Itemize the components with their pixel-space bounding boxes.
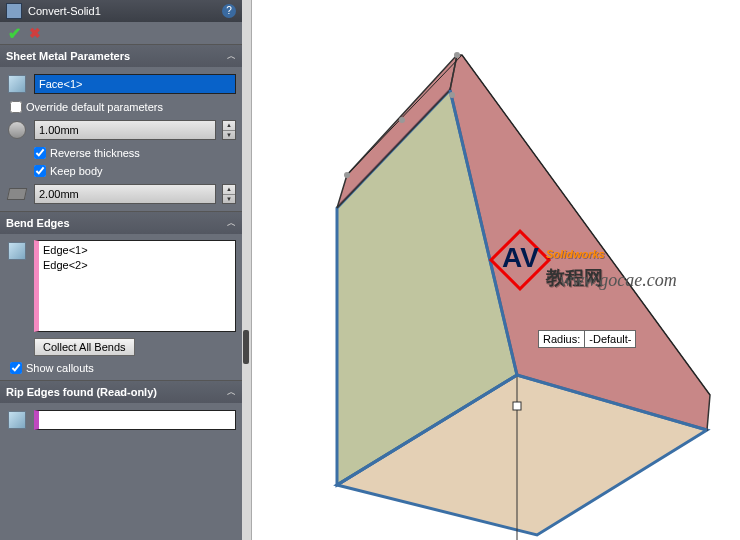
rip-edges-section: Rip Edges found (Read-only) ︿ (0, 380, 242, 437)
callout-value[interactable]: -Default- (584, 330, 636, 348)
face-icon (8, 75, 26, 93)
ok-button[interactable]: ✔ (8, 24, 21, 43)
help-icon[interactable]: ? (222, 4, 236, 18)
rip-icon (8, 411, 26, 429)
bend-radius-spinner[interactable]: ▲▼ (222, 184, 236, 204)
svg-point-11 (454, 52, 460, 58)
panel-actions: ✔ ✖ (0, 22, 242, 44)
sheet-metal-title: Sheet Metal Parameters (6, 50, 130, 62)
viewport[interactable]: Radius: -Default- AV Solidworks教程网 www.g… (242, 0, 740, 540)
chevron-up-icon: ︿ (227, 50, 236, 63)
edges-list[interactable]: Edge<1> Edge<2> (34, 240, 236, 332)
splitter[interactable] (242, 0, 252, 540)
rip-edges-list[interactable] (34, 410, 236, 430)
svg-point-10 (344, 172, 350, 178)
radius-callout[interactable]: Radius: -Default- (538, 330, 636, 348)
bend-radius-icon (7, 188, 28, 200)
reverse-checkbox[interactable]: Reverse thickness (6, 147, 236, 159)
rip-edges-title: Rip Edges found (Read-only) (6, 386, 157, 398)
bend-edges-body: Edge<1> Edge<2> Collect All Bends Show c… (0, 234, 242, 380)
edges-icon (8, 242, 26, 260)
svg-rect-14 (513, 402, 521, 410)
chevron-up-icon: ︿ (227, 386, 236, 399)
panel-title: Convert-Solid1 (28, 5, 222, 17)
bend-edges-header[interactable]: Bend Edges ︿ (0, 212, 242, 234)
chevron-up-icon: ︿ (227, 217, 236, 230)
bend-radius-input[interactable]: 2.00mm (34, 184, 216, 204)
show-callouts-checkbox[interactable]: Show callouts (6, 362, 236, 374)
feature-icon (6, 3, 22, 19)
callout-label: Radius: (538, 330, 584, 348)
list-item[interactable]: Edge<2> (43, 258, 231, 273)
rip-edges-body (0, 403, 242, 437)
sheet-metal-body: Face<1> Override default parameters 1.00… (0, 67, 242, 211)
sheet-metal-header[interactable]: Sheet Metal Parameters ︿ (0, 45, 242, 67)
list-item[interactable]: Edge<1> (43, 243, 231, 258)
collect-all-bends-button[interactable]: Collect All Bends (34, 338, 135, 356)
cancel-button[interactable]: ✖ (29, 25, 41, 41)
thickness-icon (8, 121, 26, 139)
keep-body-checkbox[interactable]: Keep body (6, 165, 236, 177)
override-checkbox[interactable]: Override default parameters (6, 101, 236, 113)
property-panel: Convert-Solid1 ? ✔ ✖ Sheet Metal Paramet… (0, 0, 242, 540)
svg-point-12 (399, 117, 405, 123)
bend-edges-section: Bend Edges ︿ Edge<1> Edge<2> Collect All… (0, 211, 242, 380)
splitter-grip[interactable] (243, 330, 249, 364)
svg-point-13 (449, 92, 455, 98)
face-selection[interactable]: Face<1> (34, 74, 236, 94)
thickness-spinner[interactable]: ▲▼ (222, 120, 236, 140)
rip-edges-header[interactable]: Rip Edges found (Read-only) ︿ (0, 381, 242, 403)
bend-edges-title: Bend Edges (6, 217, 70, 229)
sheet-metal-section: Sheet Metal Parameters ︿ Face<1> Overrid… (0, 44, 242, 211)
panel-header: Convert-Solid1 ? (0, 0, 242, 22)
thickness-input[interactable]: 1.00mm (34, 120, 216, 140)
model-view[interactable] (252, 0, 740, 540)
